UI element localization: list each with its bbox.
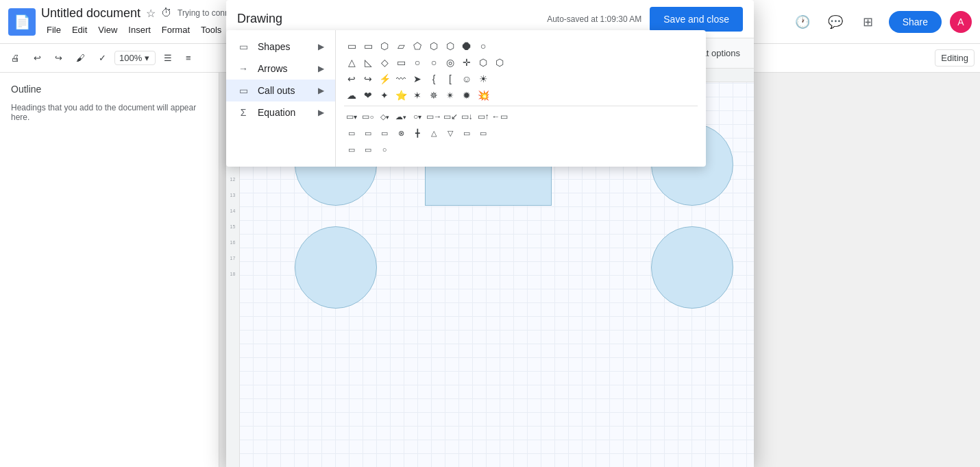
editing-mode[interactable]: Editing [935,49,975,67]
shape-circle-4[interactable] [651,226,733,309]
shape-circle[interactable]: ○ [410,55,425,70]
callout-oval[interactable]: ○▾ [410,109,425,124]
shape-octagon[interactable]: ⯃ [459,38,474,53]
toolbar-print-icon[interactable]: 🖨 [5,50,25,66]
shape-bracket[interactable]: [ [443,71,458,86]
menu-tools[interactable]: Tools [195,22,227,38]
callout-b1[interactable]: ▭ [344,125,359,141]
toolbar-redo[interactable]: ↪ [49,50,68,66]
shape-lightning[interactable]: ⚡ [377,71,392,86]
callout-b9[interactable]: ▭ [476,125,491,141]
toolbar-format-paint[interactable]: 🖌 [71,50,90,66]
shape-decagon[interactable]: ○ [476,38,491,53]
shape-triangle[interactable]: △ [344,55,359,70]
star-icon[interactable]: ☆ [146,7,156,20]
menu-item-arrows[interactable]: → Arrows ▶ [226,58,335,80]
shape-star5[interactable]: ⭐ [393,88,408,103]
callout-rounded[interactable]: ▭○ [360,109,376,124]
shape-donut[interactable]: ◎ [443,55,458,70]
shape-heart[interactable]: ❤ [360,88,376,103]
menu-format[interactable]: Format [156,22,195,38]
toolbar-page-break[interactable]: ☰ [158,50,177,66]
callout-rect[interactable]: ▭▾ [344,109,359,124]
shape-star8[interactable]: ✴ [443,88,458,103]
shape-ellipse[interactable]: ○ [426,55,441,70]
shape-rounded-rect[interactable]: ▭ [393,55,408,70]
shape-right-triangle[interactable]: ◺ [360,55,376,70]
callout-right-arrow[interactable]: ▭→ [426,109,441,124]
shapes-arrow-icon: ▶ [318,42,324,51]
shape-wave[interactable]: 〰 [393,71,408,86]
shape-pentagon[interactable]: ⬠ [410,38,425,53]
shape-trapezoid[interactable]: ⬡ [377,38,392,53]
topbar-right: 🕐 💬 ⊞ Share A [790,10,972,34]
menu-item-equation[interactable]: Σ Equation ▶ [226,101,335,123]
document-title[interactable]: Untitled document [41,6,140,21]
toolbar-spellcheck[interactable]: ✓ [93,50,112,66]
clock-icon[interactable]: 🕐 [790,10,815,34]
callout-b2[interactable]: ▭ [360,125,376,141]
sidebar: Outline Headings that you add to the doc… [0,73,219,467]
shape-can[interactable]: ⬡ [476,55,491,70]
toolbar-undo[interactable]: ↩ [28,50,47,66]
avatar[interactable]: A [950,11,972,33]
callout-b8[interactable]: ▭ [459,125,474,141]
callout-diamond[interactable]: ◇▾ [377,109,392,124]
callout-b3[interactable]: ▭ [377,125,392,141]
shape-diamond[interactable]: ◇ [377,55,392,70]
callout-c2[interactable]: ▭ [360,142,376,157]
callouts-section: ▭▾ ▭○ ◇▾ ☁▾ ○▾ ▭→ ▭↙ ▭↓ ▭↑ ←▭ ▭ ▭ ▭ ⊗ ╋ … [344,109,698,157]
shape-heptagon[interactable]: ⬡ [443,38,458,53]
save-close-button[interactable]: Save and close [650,7,743,32]
shape-cloud[interactable]: ☁ [344,88,359,103]
toolbar-show-ruler[interactable]: ≡ [180,50,197,66]
menu-item-callouts[interactable]: ▭ Call outs ▶ [226,80,335,101]
shapes-row-1: ▭ ▭ ⬡ ▱ ⬠ ⬡ ⬡ ⯃ ○ [344,38,698,53]
shape-star7[interactable]: ✵ [426,88,441,103]
callout-b4[interactable]: ⊗ [393,125,408,141]
shape-curved-right-arrow[interactable]: ↪ [360,71,376,86]
shapes-row-4: ☁ ❤ ✦ ⭐ ✶ ✵ ✴ ✹ 💥 [344,88,698,103]
menu-edit[interactable]: Edit [66,22,93,38]
callout-cloud[interactable]: ☁▾ [393,109,408,124]
shape-star4[interactable]: ✦ [377,88,392,103]
callout-c3[interactable]: ○ [377,142,392,157]
apps-icon[interactable]: ⊞ [856,10,881,34]
shape-arrow-right[interactable]: ➤ [410,71,425,86]
shape-circle-3[interactable] [295,226,377,309]
callout-left[interactable]: ←▭ [492,109,507,124]
menu-insert[interactable]: Insert [123,22,156,38]
shape-curved-arrow[interactable]: ↩ [344,71,359,86]
shape-square-rounded[interactable]: ▭ [360,38,376,53]
history-icon[interactable]: ⏱ [161,7,172,19]
callout-c1[interactable]: ▭ [344,142,359,157]
shape-square[interactable]: ▭ [344,38,359,53]
callout-b7[interactable]: ▽ [443,125,458,141]
menu-left-panel: ▭ Shapes ▶ → Arrows ▶ ▭ Call outs ▶ Σ Eq… [226,30,336,167]
menu-file[interactable]: File [41,22,66,38]
share-button[interactable]: Share [889,11,942,33]
shapes-menu-icon: ▭ [237,41,249,52]
comment-icon[interactable]: 💬 [823,10,848,34]
shape-cross[interactable]: ✛ [459,55,474,70]
menu-item-shapes[interactable]: ▭ Shapes ▶ [226,36,335,58]
shape-brace[interactable]: { [426,71,441,86]
callout-bent-arrow[interactable]: ▭↙ [443,109,458,124]
shape-parallelogram[interactable]: ▱ [393,38,408,53]
zoom-control[interactable]: 100% ▾ [114,51,156,65]
callout-b5[interactable]: ╋ [410,125,425,141]
callout-up[interactable]: ▭↑ [476,109,491,124]
shape-cube[interactable]: ⬡ [492,55,507,70]
callout-b6[interactable]: △ [426,125,441,141]
shape-star16[interactable]: ✹ [459,88,474,103]
callout-down[interactable]: ▭↓ [459,109,474,124]
menu-view[interactable]: View [93,22,123,38]
shape-starburst[interactable]: 💥 [476,88,491,103]
shape-star6[interactable]: ✶ [410,88,425,103]
shapes-section-separator [344,106,698,106]
shape-sun[interactable]: ☀ [476,71,491,86]
menu-right-panel: ▭ ▭ ⬡ ▱ ⬠ ⬡ ⬡ ⯃ ○ △ ◺ ◇ ▭ ○ ○ ◎ ✛ ⬡ ⬡ ↩ … [336,30,706,167]
shape-hexagon[interactable]: ⬡ [426,38,441,53]
shape-smiley[interactable]: ☺ [459,71,474,86]
callouts-row-3: ▭ ▭ ○ [344,142,698,157]
